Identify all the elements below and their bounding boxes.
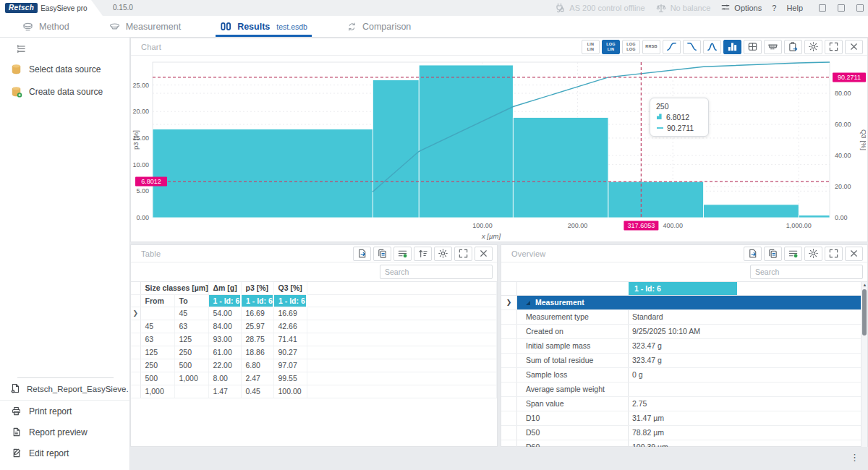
edit-report-button[interactable]: Edit report — [0, 443, 129, 463]
close-window-button[interactable] — [856, 4, 864, 12]
table-row[interactable]: 25050022.006.8097.07 — [131, 359, 497, 372]
table-cell[interactable]: 22.00 — [208, 359, 241, 372]
table-cell[interactable]: 6.80 — [241, 359, 273, 372]
column-group-header[interactable]: Δm [g] — [208, 282, 241, 294]
close-button[interactable] — [845, 247, 863, 261]
table-cell[interactable]: 84.00 — [208, 320, 241, 333]
tab-results[interactable]: Results test.esdb — [220, 16, 307, 37]
table-cell[interactable]: 250 — [174, 346, 208, 359]
subheader-cell[interactable]: From — [140, 294, 174, 307]
report-preview-button[interactable]: Report preview — [0, 422, 129, 443]
table-cell[interactable]: 0.45 — [241, 385, 273, 398]
overview-scrollbar[interactable]: ▲▼ — [861, 282, 867, 455]
table-cell[interactable]: 90.27 — [273, 346, 307, 359]
table-row[interactable]: 1,0001.470.45100.00 — [131, 385, 497, 398]
table-cell[interactable]: 16.69 — [241, 307, 273, 320]
table-cell[interactable]: 63 — [174, 320, 208, 333]
minimize-button[interactable] — [819, 4, 826, 12]
rrsb-button[interactable]: RRSB — [642, 40, 660, 54]
overview-row[interactable]: Span value2.75 — [501, 397, 867, 411]
tab-comparison[interactable]: Comparison — [346, 16, 411, 37]
table-cell[interactable]: 25.97 — [241, 320, 273, 333]
inverse-curve-button[interactable] — [683, 40, 701, 54]
table-cell[interactable]: 54.00 — [208, 307, 241, 320]
row-options-button[interactable] — [784, 247, 802, 261]
table-cell[interactable]: 93.00 — [208, 333, 241, 346]
settings-button[interactable] — [434, 247, 452, 261]
table-cell[interactable]: 99.55 — [273, 372, 307, 385]
series-header-cell[interactable]: 1 - Id: 6 — [629, 282, 737, 295]
column-group-header[interactable]: p3 [%] — [241, 282, 273, 294]
column-group-header[interactable]: Q3 [%] — [273, 282, 307, 294]
overview-row[interactable]: D1031.47 µm — [501, 411, 867, 426]
overview-row[interactable]: Created on9/25/2025 10:10 AM — [501, 325, 867, 339]
chart-svg[interactable]: 0.005.0010.0015.0020.0025.000.0020.0040.… — [131, 56, 866, 242]
sieve-view-button[interactable] — [764, 40, 782, 54]
lin-lin-button[interactable]: LINLIN — [582, 40, 600, 54]
settings-button[interactable] — [804, 247, 822, 261]
table-cell[interactable]: 8.00 — [208, 372, 241, 385]
scroll-up-icon[interactable]: ▲ — [861, 283, 868, 287]
table-cell[interactable]: 125 — [140, 346, 174, 359]
print-report-button[interactable]: Print report — [0, 401, 129, 422]
export-button[interactable] — [744, 247, 762, 261]
fullscreen-button[interactable] — [454, 247, 472, 261]
table-row[interactable]: 5001,0008.002.4799.55 — [131, 372, 497, 385]
log-lin-button[interactable]: LOGLIN — [602, 40, 620, 54]
density-curve-button[interactable] — [703, 40, 721, 54]
copy-chart-button[interactable] — [784, 40, 802, 54]
log-log-button[interactable]: LOGLOG — [622, 40, 640, 54]
table-cell[interactable]: 1.47 — [208, 385, 241, 398]
table-cell[interactable]: 45 — [140, 320, 174, 333]
maximize-button[interactable] — [838, 4, 845, 12]
tab-measurement[interactable]: Measurement — [109, 16, 181, 37]
fullscreen-button[interactable] — [825, 40, 843, 54]
kebab-menu-icon[interactable]: ⋮ — [850, 453, 859, 462]
sidebar-menu-icon[interactable] — [16, 43, 27, 57]
export-button[interactable] — [353, 247, 371, 261]
options-button[interactable]: Options — [720, 2, 762, 14]
table-cell[interactable]: 97.07 — [273, 359, 307, 372]
overview-row[interactable]: Measurement typeStandard — [501, 310, 867, 325]
table-cell[interactable]: 125 — [174, 333, 208, 346]
overview-row[interactable]: Initial sample mass323.47 g — [501, 339, 867, 354]
table-row[interactable]: 456384.0025.9742.66 — [131, 320, 497, 333]
table-cell[interactable]: 1,000 — [174, 372, 208, 385]
table-cell[interactable]: 500 — [174, 359, 208, 372]
row-options-button[interactable] — [393, 247, 412, 261]
table-cell[interactable]: 100.00 — [273, 385, 307, 398]
balance-status[interactable]: No balance — [655, 3, 711, 14]
copy-button[interactable] — [764, 247, 782, 261]
quick-help-button[interactable]: ? — [772, 4, 776, 12]
subheader-cell[interactable]: To — [174, 294, 208, 307]
fullscreen-button[interactable] — [825, 247, 843, 261]
column-group-header[interactable]: Size classes [µm] — [140, 282, 208, 294]
scrollbar-thumb[interactable] — [862, 289, 867, 336]
overview-row[interactable]: Average sample weight — [501, 383, 867, 397]
table-row[interactable]: 12525061.0018.8690.27 — [131, 346, 497, 359]
overview-row[interactable]: Sum of total residue323.47 g — [501, 354, 867, 368]
cumulative-curve-button[interactable] — [663, 40, 681, 54]
sort-button[interactable] — [414, 247, 432, 261]
close-button[interactable] — [845, 40, 863, 54]
report-template-dropdown[interactable]: Retsch_Report_EasySieve. — [0, 378, 129, 401]
table-cell[interactable]: 42.66 — [273, 320, 307, 333]
table-cell[interactable]: 63 — [140, 333, 174, 346]
copy-button[interactable] — [373, 247, 391, 261]
overview-row[interactable]: Sample loss0 g — [501, 368, 867, 383]
help-button[interactable]: Help — [786, 4, 803, 12]
close-button[interactable] — [475, 247, 493, 261]
series-header-cell[interactable]: 1 - Id: 6 — [208, 294, 241, 307]
overview-row[interactable]: D5078.82 µm — [501, 426, 867, 440]
create-data-source-button[interactable]: Create data source — [0, 80, 129, 103]
table-row[interactable]: 6312593.0028.7571.41 — [131, 333, 497, 346]
chart-settings-button[interactable] — [804, 40, 822, 54]
series-header-cell[interactable]: 1 - Id: 6 — [241, 294, 273, 307]
table-cell[interactable] — [174, 385, 208, 398]
tab-method[interactable]: Method — [22, 16, 69, 37]
table-cell[interactable]: 45 — [174, 307, 208, 320]
table-cell[interactable]: 500 — [140, 372, 174, 385]
table-cell[interactable] — [140, 307, 174, 320]
chart-area[interactable]: 0.005.0010.0015.0020.0025.000.0020.0040.… — [131, 56, 867, 242]
overview-section-row[interactable]: ❯Measurement — [501, 296, 867, 310]
